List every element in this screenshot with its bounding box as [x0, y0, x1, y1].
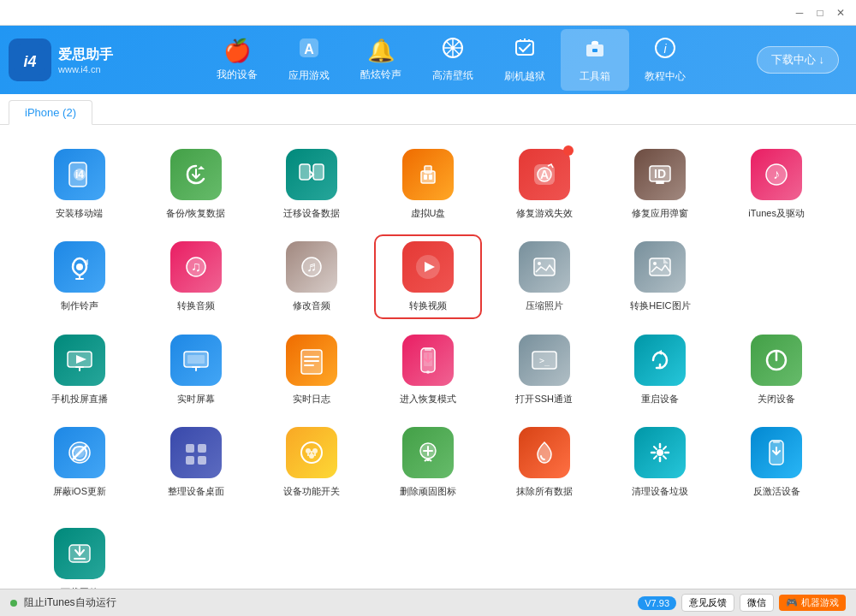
tool-recovery-mode[interactable]: 进入恢复模式	[374, 328, 482, 412]
organize-desktop-icon	[170, 427, 222, 478]
tool-fix-popup[interactable]: ID 修复应用弹窗	[607, 142, 715, 226]
tools-row-4: 屏蔽iOS更新 整理设备桌面	[26, 420, 830, 589]
tool-device-toggle[interactable]: 设备功能开关	[258, 420, 366, 504]
ringtone-icon: 🔔	[367, 38, 395, 64]
svg-text:A: A	[304, 42, 314, 56]
nav-app-game[interactable]: A 应用游戏	[273, 29, 345, 91]
toolbox-icon	[583, 36, 607, 66]
status-left: 阻止iTunes自动运行	[10, 595, 629, 610]
compress-photo-icon	[519, 241, 570, 293]
my-device-icon: 🍎	[223, 38, 251, 64]
migrate-data-label: 迁移设备数据	[283, 207, 340, 219]
tool-wipe-data[interactable]: 抹除所有数据	[490, 420, 598, 504]
tool-fix-game[interactable]: A 修复游戏失效	[490, 142, 598, 226]
tool-organize-desktop[interactable]: 整理设备桌面	[142, 420, 250, 504]
svg-rect-40	[187, 355, 205, 364]
tool-restart-device[interactable]: 重启设备	[607, 328, 715, 412]
minimize-button[interactable]: ─	[791, 4, 808, 21]
maximize-button[interactable]: □	[811, 4, 829, 21]
tool-realtime-log[interactable]: 实时日志	[258, 328, 366, 412]
delete-icon-icon	[402, 427, 454, 478]
nav-toolbox[interactable]: 工具箱	[561, 29, 629, 91]
svg-rect-43	[425, 348, 431, 351]
tool-convert-video[interactable]: 转换视频	[374, 234, 482, 318]
titlebar: ─ □ ✕	[0, 0, 856, 26]
nav-tutorial[interactable]: i 教程中心	[629, 29, 701, 91]
svg-rect-71	[773, 441, 780, 443]
tool-make-ringtone[interactable]: 制作铃声	[26, 234, 134, 318]
tool-deactivate[interactable]: 反激活设备	[722, 420, 830, 504]
svg-text:♫: ♫	[191, 259, 201, 274]
recovery-mode-icon	[402, 335, 454, 386]
brand-name: 爱思助手	[58, 46, 113, 64]
realtime-screen-icon	[170, 335, 222, 386]
game-site-text: 机器游戏	[801, 596, 839, 609]
itunes-driver-icon: ♪	[751, 149, 802, 200]
tool-itunes-driver[interactable]: ♪ iTunes及驱动	[722, 142, 830, 226]
tab-iphone[interactable]: iPhone (2)	[9, 100, 92, 125]
device-toggle-icon	[286, 427, 337, 478]
download-button[interactable]: 下载中心 ↓	[757, 46, 839, 74]
wechat-button[interactable]: 微信	[740, 594, 774, 612]
close-button[interactable]: ✕	[832, 4, 849, 21]
svg-point-26	[76, 264, 83, 270]
status-dot	[10, 600, 17, 607]
edit-audio-label: 修改音频	[293, 299, 330, 311]
make-ringtone-icon	[54, 241, 105, 293]
tool-install-app[interactable]: i4 安装移动端	[26, 142, 134, 226]
game-badge: 🎮 机器游戏	[779, 595, 846, 611]
tool-shutdown-device[interactable]: 关闭设备	[722, 328, 830, 412]
organize-desktop-label: 整理设备桌面	[168, 485, 224, 497]
tool-convert-audio[interactable]: ♫ 转换音频	[142, 234, 250, 318]
tool-backup-restore[interactable]: 备份/恢复数据	[142, 142, 250, 226]
tutorial-icon: i	[653, 36, 677, 66]
ringtone-label: 酷炫铃声	[360, 68, 401, 82]
feedback-button[interactable]: 意见反馈	[681, 594, 734, 612]
logo-text: 爱思助手 www.i4.cn	[58, 46, 113, 74]
install-app-icon: i4	[54, 149, 105, 200]
nav-ringtone[interactable]: 🔔 酷炫铃声	[345, 29, 417, 91]
nav-my-device[interactable]: 🍎 我的设备	[201, 29, 273, 91]
device-toggle-label: 设备功能开关	[283, 485, 340, 497]
screen-cast-label: 手机投屏直播	[51, 393, 108, 405]
backup-restore-icon	[170, 149, 222, 200]
svg-point-59	[309, 453, 314, 459]
tool-screen-cast[interactable]: 手机投屏直播	[26, 328, 134, 412]
restart-device-icon	[634, 335, 686, 386]
tool-migrate-data[interactable]: 迁移设备数据	[258, 142, 366, 226]
svg-point-36	[653, 262, 657, 265]
wipe-data-label: 抹除所有数据	[516, 485, 573, 497]
svg-line-68	[663, 447, 666, 449]
tool-block-update[interactable]: 屏蔽iOS更新	[26, 420, 134, 504]
tool-convert-heic[interactable]: 转换HEIC图片	[607, 234, 715, 318]
svg-rect-55	[198, 456, 206, 465]
brand-url: www.i4.cn	[58, 64, 113, 74]
main-content: i4 安装移动端 备份/恢复数据	[0, 125, 856, 589]
nav-wallpaper[interactable]: 高清壁纸	[417, 29, 489, 91]
migrate-data-icon	[286, 149, 337, 200]
tool-open-ssh[interactable]: >_ 打开SSH通道	[490, 328, 598, 412]
tool-delete-icon[interactable]: 删除顽固图标	[374, 420, 482, 504]
svg-rect-14	[313, 164, 324, 180]
tool-compress-photo[interactable]: 压缩照片	[490, 234, 598, 318]
tutorial-label: 教程中心	[645, 69, 686, 84]
nav-bar: 🍎 我的设备 A 应用游戏 🔔 酷炫铃声 高清壁纸	[146, 29, 757, 91]
tools-row-3: 手机投屏直播 实时屏幕 实时日志	[26, 328, 830, 412]
wipe-data-icon	[519, 427, 570, 478]
tool-edit-audio[interactable]: ♬ 修改音频	[258, 234, 366, 318]
virtual-udisk-label: 虚拟U盘	[411, 207, 446, 219]
game-icon: 🎮	[786, 597, 798, 608]
nav-jailbreak[interactable]: 刷机越狱	[489, 29, 561, 91]
realtime-screen-label: 实时屏幕	[177, 393, 215, 405]
tools-row-2: 制作铃声 ♫ 转换音频 ♬ 修改音频	[26, 234, 830, 318]
tool-realtime-screen[interactable]: 实时屏幕	[142, 328, 250, 412]
download-firmware-icon	[54, 528, 105, 579]
tool-virtual-udisk[interactable]: 虚拟U盘	[374, 142, 482, 226]
tool-clean-junk[interactable]: 清理设备垃圾	[607, 420, 715, 504]
tool-download-firmware[interactable]: 下载固件	[26, 521, 134, 589]
open-ssh-icon: >_	[519, 335, 570, 386]
svg-line-66	[654, 447, 657, 449]
compress-photo-label: 压缩照片	[526, 299, 563, 311]
shutdown-device-icon	[751, 335, 802, 386]
my-device-label: 我的设备	[217, 68, 258, 82]
